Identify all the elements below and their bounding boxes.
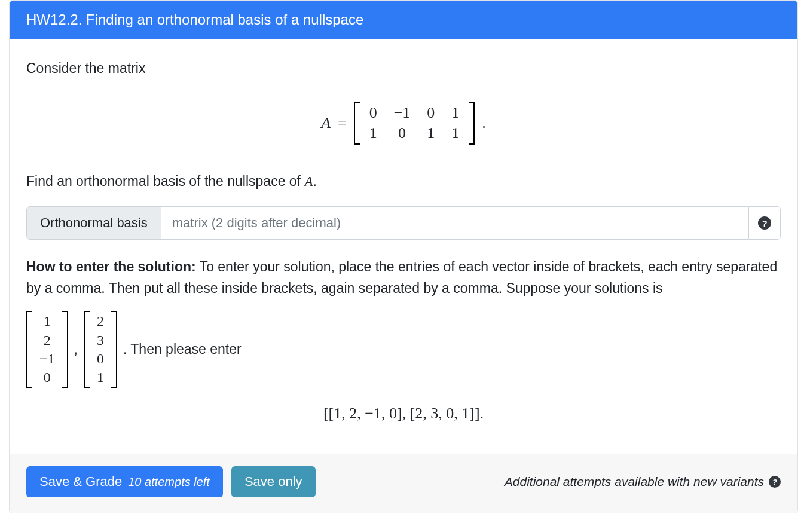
answer-input[interactable] [161,206,748,240]
example-vectors-row: 1 2 −1 0 , 2 3 0 1 . Then please enter [26,311,781,388]
vec-cell: 2 [33,331,61,350]
matrix-cell: −1 [386,103,419,123]
intro-text: Consider the matrix [26,59,781,78]
find-line: Find an orthonormal basis of the nullspa… [26,173,781,189]
help-icon[interactable]: ? [769,476,781,488]
vec-cell: 1 [33,312,61,331]
input-help-button[interactable]: ? [748,206,781,240]
question-title: HW12.2. Finding an orthonormal basis of … [26,11,363,27]
question-header: HW12.2. Finding an orthonormal basis of … [10,1,797,39]
find-line-symbol: A [304,174,313,189]
matrix-cell: 1 [418,123,443,143]
vec-cell: 2 [91,312,110,331]
question-footer: Save & Grade 10 attempts left Save only … [10,454,797,513]
footer-note: Additional attempts available with new v… [505,475,781,489]
find-line-pre: Find an orthonormal basis of the nullspa… [26,173,304,189]
find-line-post: . [313,173,316,189]
example-vector-2: 2 3 0 1 [84,311,117,388]
question-card: HW12.2. Finding an orthonormal basis of … [9,0,798,513]
example-entry: [[1, 2, −1, 0], [2, 3, 0, 1]]. [26,405,781,423]
question-body: Consider the matrix A = 0 −1 0 1 1 [10,39,797,454]
matrix-equation: A = 0 −1 0 1 1 0 1 1 [26,102,781,145]
instructions-bold: How to enter the solution: [26,259,196,274]
matrix-symbol: A [321,114,331,132]
vec-cell: 0 [91,350,110,368]
matrix-cell: 0 [386,123,419,143]
answer-label: Orthonormal basis [26,206,161,240]
vec-cell: −1 [33,350,61,368]
attempts-left: 10 attempts left [128,475,210,489]
help-icon: ? [758,216,771,230]
matrix-A: 0 −1 0 1 1 0 1 1 [354,102,475,145]
example-after-text: . Then please enter [123,341,242,357]
vec-cell: 1 [91,368,110,387]
vec-cell: 3 [91,331,110,350]
matrix-cell: 1 [443,123,467,143]
answer-input-group: Orthonormal basis ? [26,206,781,240]
vec-cell: 0 [33,368,61,387]
trailing-period: . [482,114,486,132]
instructions-block: How to enter the solution: To enter your… [26,256,781,299]
matrix-cell: 0 [361,103,386,123]
save-grade-label: Save & Grade [39,474,122,490]
save-only-label: Save only [244,474,302,490]
example-vector-1: 1 2 −1 0 [26,311,68,388]
matrix-cell: 1 [361,123,386,143]
equals-sign: = [338,114,347,132]
matrix-cell: 1 [443,103,467,123]
matrix-cell: 0 [418,103,443,123]
save-grade-button[interactable]: Save & Grade 10 attempts left [26,466,223,497]
additional-attempts-text: Additional attempts available with new v… [505,475,764,489]
save-only-button[interactable]: Save only [231,466,316,497]
vector-separator: , [74,341,78,357]
